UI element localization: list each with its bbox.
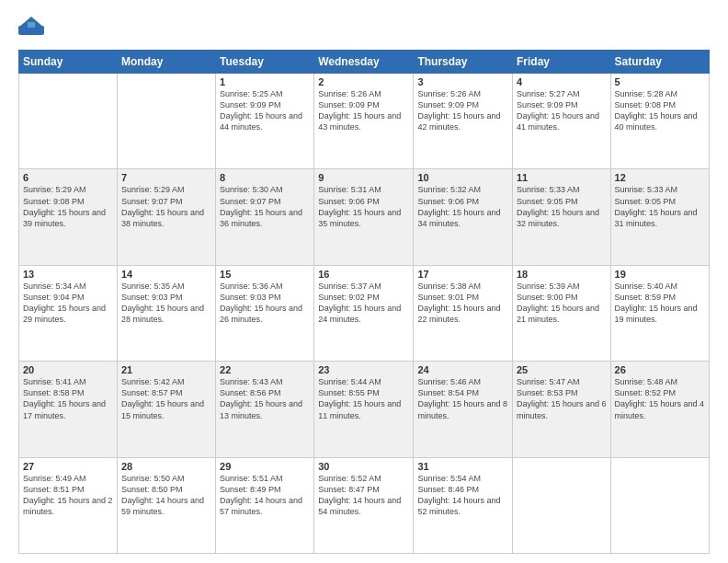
day-number: 1 — [220, 76, 310, 87]
calendar-cell: 15 Sunrise: 5:36 AMSunset: 9:03 PMDaylig… — [216, 265, 314, 361]
day-number: 6 — [23, 172, 113, 183]
weekday-header: Monday — [117, 51, 215, 74]
calendar-cell: 28 Sunrise: 5:50 AMSunset: 8:50 PMDaylig… — [117, 457, 215, 553]
day-info: Sunrise: 5:35 AMSunset: 9:03 PMDaylight:… — [121, 282, 204, 324]
calendar-cell: 5 Sunrise: 5:28 AMSunset: 9:08 PMDayligh… — [610, 74, 709, 169]
day-number: 21 — [121, 364, 211, 375]
day-number: 16 — [318, 269, 409, 280]
day-number: 10 — [417, 172, 508, 183]
calendar-cell: 24 Sunrise: 5:46 AMSunset: 8:54 PMDaylig… — [414, 362, 513, 457]
calendar-cell: 7 Sunrise: 5:29 AMSunset: 9:07 PMDayligh… — [117, 169, 215, 265]
calendar-week-row: 20 Sunrise: 5:41 AMSunset: 8:58 PMDaylig… — [19, 362, 710, 457]
calendar-cell: 30 Sunrise: 5:52 AMSunset: 8:47 PMDaylig… — [314, 457, 414, 553]
calendar-cell — [610, 457, 709, 553]
day-info: Sunrise: 5:43 AMSunset: 8:56 PMDaylight:… — [220, 377, 302, 419]
day-info: Sunrise: 5:25 AMSunset: 9:09 PMDaylight:… — [220, 89, 302, 132]
calendar-cell: 4 Sunrise: 5:27 AMSunset: 9:09 PMDayligh… — [512, 74, 610, 169]
calendar-cell: 31 Sunrise: 5:54 AMSunset: 8:46 PMDaylig… — [414, 457, 513, 553]
day-number: 13 — [23, 269, 113, 280]
day-info: Sunrise: 5:37 AMSunset: 9:02 PMDaylight:… — [318, 282, 401, 324]
day-info: Sunrise: 5:39 AMSunset: 9:00 PMDaylight:… — [517, 282, 599, 324]
weekday-header: Wednesday — [314, 51, 414, 74]
day-info: Sunrise: 5:33 AMSunset: 9:05 PMDaylight:… — [517, 185, 599, 227]
calendar-cell: 20 Sunrise: 5:41 AMSunset: 8:58 PMDaylig… — [19, 362, 118, 457]
day-info: Sunrise: 5:29 AMSunset: 9:08 PMDaylight:… — [23, 185, 106, 227]
calendar-week-row: 13 Sunrise: 5:34 AMSunset: 9:04 PMDaylig… — [19, 265, 710, 361]
calendar-cell: 17 Sunrise: 5:38 AMSunset: 9:01 PMDaylig… — [414, 265, 513, 361]
calendar-week-row: 1 Sunrise: 5:25 AMSunset: 9:09 PMDayligh… — [19, 74, 710, 169]
day-info: Sunrise: 5:32 AMSunset: 9:06 PMDaylight:… — [417, 185, 500, 227]
day-info: Sunrise: 5:33 AMSunset: 9:05 PMDaylight:… — [615, 185, 698, 227]
day-info: Sunrise: 5:29 AMSunset: 9:07 PMDaylight:… — [121, 185, 204, 227]
day-info: Sunrise: 5:52 AMSunset: 8:47 PMDaylight:… — [318, 474, 401, 516]
day-number: 17 — [417, 269, 508, 280]
calendar-cell: 12 Sunrise: 5:33 AMSunset: 9:05 PMDaylig… — [610, 169, 709, 265]
weekday-header: Friday — [512, 51, 610, 74]
day-number: 25 — [517, 364, 607, 375]
day-number: 18 — [517, 269, 607, 280]
day-number: 7 — [121, 172, 211, 183]
calendar-page: SundayMondayTuesdayWednesdayThursdayFrid… — [0, 0, 728, 563]
day-info: Sunrise: 5:27 AMSunset: 9:09 PMDaylight:… — [517, 89, 599, 132]
day-info: Sunrise: 5:44 AMSunset: 8:55 PMDaylight:… — [318, 377, 401, 419]
day-info: Sunrise: 5:26 AMSunset: 9:09 PMDaylight:… — [318, 89, 401, 132]
calendar-cell: 9 Sunrise: 5:31 AMSunset: 9:06 PMDayligh… — [314, 169, 414, 265]
calendar-cell: 2 Sunrise: 5:26 AMSunset: 9:09 PMDayligh… — [314, 74, 414, 169]
day-number: 30 — [318, 461, 409, 472]
calendar-cell: 29 Sunrise: 5:51 AMSunset: 8:49 PMDaylig… — [216, 457, 314, 553]
day-info: Sunrise: 5:31 AMSunset: 9:06 PMDaylight:… — [318, 185, 401, 227]
weekday-header: Saturday — [610, 51, 709, 74]
calendar-cell: 22 Sunrise: 5:43 AMSunset: 8:56 PMDaylig… — [216, 362, 314, 457]
calendar-cell — [19, 74, 118, 169]
day-number: 15 — [220, 269, 310, 280]
calendar-cell: 13 Sunrise: 5:34 AMSunset: 9:04 PMDaylig… — [19, 265, 118, 361]
calendar-cell — [117, 74, 215, 169]
weekday-header: Thursday — [414, 51, 513, 74]
calendar-cell: 25 Sunrise: 5:47 AMSunset: 8:53 PMDaylig… — [512, 362, 610, 457]
day-info: Sunrise: 5:42 AMSunset: 8:57 PMDaylight:… — [121, 377, 204, 419]
day-info: Sunrise: 5:36 AMSunset: 9:03 PMDaylight:… — [220, 282, 302, 324]
calendar-cell: 23 Sunrise: 5:44 AMSunset: 8:55 PMDaylig… — [314, 362, 414, 457]
calendar-cell — [512, 457, 610, 553]
weekday-header: Sunday — [19, 51, 118, 74]
day-info: Sunrise: 5:49 AMSunset: 8:51 PMDaylight:… — [23, 474, 113, 516]
day-info: Sunrise: 5:48 AMSunset: 8:52 PMDaylight:… — [615, 377, 705, 419]
day-number: 20 — [23, 364, 113, 375]
calendar-cell: 26 Sunrise: 5:48 AMSunset: 8:52 PMDaylig… — [610, 362, 709, 457]
day-info: Sunrise: 5:34 AMSunset: 9:04 PMDaylight:… — [23, 282, 106, 324]
day-number: 28 — [121, 461, 211, 472]
day-number: 12 — [615, 172, 705, 183]
day-info: Sunrise: 5:47 AMSunset: 8:53 PMDaylight:… — [517, 377, 607, 419]
day-info: Sunrise: 5:51 AMSunset: 8:49 PMDaylight:… — [220, 474, 302, 516]
day-number: 19 — [615, 269, 705, 280]
calendar-cell: 14 Sunrise: 5:35 AMSunset: 9:03 PMDaylig… — [117, 265, 215, 361]
day-number: 27 — [23, 461, 113, 472]
calendar-cell: 1 Sunrise: 5:25 AMSunset: 9:09 PMDayligh… — [216, 74, 314, 169]
day-info: Sunrise: 5:41 AMSunset: 8:58 PMDaylight:… — [23, 377, 106, 419]
calendar-cell: 16 Sunrise: 5:37 AMSunset: 9:02 PMDaylig… — [314, 265, 414, 361]
day-number: 3 — [417, 76, 508, 87]
day-number: 11 — [517, 172, 607, 183]
weekday-header-row: SundayMondayTuesdayWednesdayThursdayFrid… — [19, 51, 710, 74]
day-info: Sunrise: 5:28 AMSunset: 9:08 PMDaylight:… — [615, 89, 698, 132]
day-number: 14 — [121, 269, 211, 280]
day-number: 4 — [517, 76, 607, 87]
day-number: 23 — [318, 364, 409, 375]
logo — [18, 15, 48, 40]
day-number: 31 — [417, 461, 508, 472]
calendar-cell: 3 Sunrise: 5:26 AMSunset: 9:09 PMDayligh… — [414, 74, 513, 169]
calendar-table: SundayMondayTuesdayWednesdayThursdayFrid… — [18, 50, 710, 554]
day-info: Sunrise: 5:46 AMSunset: 8:54 PMDaylight:… — [417, 377, 507, 419]
calendar-week-row: 6 Sunrise: 5:29 AMSunset: 9:08 PMDayligh… — [19, 169, 710, 265]
weekday-header: Tuesday — [216, 51, 314, 74]
day-number: 22 — [220, 364, 310, 375]
day-info: Sunrise: 5:26 AMSunset: 9:09 PMDaylight:… — [417, 89, 500, 132]
day-info: Sunrise: 5:50 AMSunset: 8:50 PMDaylight:… — [121, 474, 204, 516]
calendar-cell: 21 Sunrise: 5:42 AMSunset: 8:57 PMDaylig… — [117, 362, 215, 457]
calendar-cell: 27 Sunrise: 5:49 AMSunset: 8:51 PMDaylig… — [19, 457, 118, 553]
calendar-cell: 10 Sunrise: 5:32 AMSunset: 9:06 PMDaylig… — [414, 169, 513, 265]
day-number: 26 — [615, 364, 705, 375]
calendar-week-row: 27 Sunrise: 5:49 AMSunset: 8:51 PMDaylig… — [19, 457, 710, 553]
day-info: Sunrise: 5:38 AMSunset: 9:01 PMDaylight:… — [417, 282, 500, 324]
header — [18, 15, 710, 40]
